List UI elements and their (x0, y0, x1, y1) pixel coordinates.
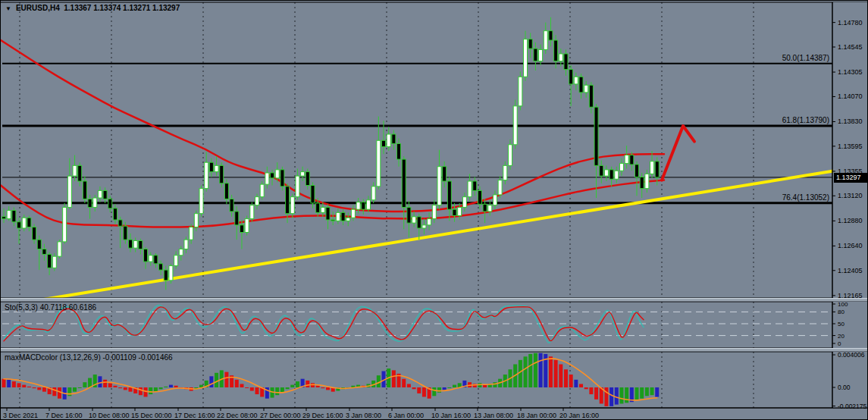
macd-histogram-bar (118, 387, 122, 388)
macd-histogram-bar (37, 387, 41, 390)
bull-candle-body (250, 205, 254, 219)
price-axis-label: 1.12640 (838, 242, 863, 249)
bear-candle-body (640, 177, 644, 188)
bear-candle-body (447, 181, 451, 209)
bull-candle-body (265, 173, 269, 184)
macd-histogram-bar (579, 384, 583, 387)
macd-histogram-bar (554, 360, 558, 387)
bear-candle-body (129, 240, 133, 248)
macd-histogram-bar (407, 384, 411, 387)
macd-histogram-bar (78, 387, 82, 388)
bull-candle-body (645, 174, 649, 188)
macd-histogram-bar (524, 356, 528, 387)
bull-candle-body (519, 77, 522, 106)
bear-candle-body (316, 203, 320, 212)
macd-histogram-bar (483, 385, 487, 387)
bear-candle-body (224, 183, 228, 199)
sto-axis-label: 50 (838, 321, 844, 328)
macd-histogram-bar (619, 387, 623, 403)
macd-histogram-bar (275, 387, 279, 395)
macd-histogram-bar (412, 387, 416, 389)
bull-candle-body (625, 155, 628, 164)
bull-candle-body (513, 106, 517, 145)
bull-candle-body (346, 218, 350, 221)
bull-candle-body (351, 209, 355, 218)
macd-histogram-bar (159, 387, 163, 389)
bear-candle-body (280, 170, 284, 186)
bear-candle-body (154, 255, 158, 264)
macd-histogram-bar (7, 380, 11, 387)
bull-candle-body (67, 176, 71, 207)
macd-histogram-bar (149, 387, 152, 394)
bear-candle-body (392, 134, 396, 143)
macd-histogram-bar (625, 387, 628, 403)
main-plot-area[interactable] (1, 2, 832, 298)
bull-candle-body (73, 165, 77, 176)
macd-histogram-bar (154, 387, 158, 392)
macd-histogram-bar (139, 387, 143, 395)
bull-candle-body (58, 242, 61, 256)
macd-histogram-bar (549, 356, 553, 387)
macd-histogram-bar (584, 387, 588, 389)
bull-candle-body (412, 217, 416, 223)
bear-candle-body (83, 181, 86, 199)
bull-candle-body (22, 218, 26, 228)
time-axis-label: 17 Dec 16:00 (174, 412, 215, 419)
macd-histogram-bar (640, 387, 644, 399)
bull-candle-body (437, 167, 441, 205)
bull-candle-body (493, 195, 497, 205)
fib-level-label: 50.0(1.14387) (782, 54, 829, 62)
macd-histogram-bar (108, 383, 112, 387)
bear-candle-body (402, 159, 406, 207)
macd-histogram-bar (569, 375, 573, 387)
bear-candle-body (554, 40, 558, 61)
macd-histogram-bar (645, 387, 649, 396)
bear-candle-body (382, 140, 386, 146)
bear-candle-body (473, 181, 477, 190)
panel-splitter-macd[interactable] (1, 348, 868, 352)
bull-candle-body (458, 207, 462, 215)
bear-candle-body (88, 199, 92, 207)
bull-candle-body (7, 211, 11, 219)
bull-candle-body (205, 162, 208, 188)
sto-axis-label: 20 (838, 333, 844, 340)
macd-histogram-bar (33, 387, 36, 388)
sto-axis-label: 0 (838, 340, 841, 347)
bear-candle-body (549, 31, 553, 40)
macd-histogram-bar (169, 385, 173, 387)
panel-splitter-stochastic[interactable] (1, 298, 868, 302)
bull-candle-body (255, 197, 259, 205)
bear-candle-body (37, 240, 41, 249)
bull-candle-body (650, 161, 654, 174)
bull-candle-body (336, 212, 340, 221)
macd-histogram-bar (604, 387, 608, 406)
macd-histogram-bar (17, 383, 21, 387)
time-axis-label: 7 Dec 16:00 (45, 412, 83, 419)
macd-histogram-bar (326, 387, 330, 390)
price-axis-label: 1.14070 (838, 92, 863, 100)
macd-histogram-bar (144, 387, 148, 396)
bear-candle-body (341, 212, 345, 221)
bear-candle-body (220, 165, 224, 183)
bull-candle-body (63, 207, 67, 241)
bear-candle-body (230, 199, 233, 212)
macd-histogram-bar (432, 387, 436, 396)
bull-candle-body (321, 207, 324, 212)
macd-histogram-bar (589, 387, 593, 394)
macd-histogram-bar (559, 364, 562, 387)
bull-candle-body (199, 189, 203, 214)
macd-histogram-bar (447, 387, 451, 388)
sto-axis-label: 100 (838, 301, 848, 308)
macd-histogram-bar (174, 386, 178, 387)
macd-histogram-bar (22, 385, 26, 387)
macd-histogram-bar (27, 387, 31, 387)
bull-candle-body (524, 39, 528, 77)
bull-candle-body (260, 184, 264, 197)
bear-candle-body (569, 70, 573, 84)
macd-histogram-bar (98, 376, 102, 387)
bear-candle-body (326, 207, 330, 220)
bear-candle-body (33, 227, 36, 240)
macd-histogram-bar (164, 387, 168, 387)
macd-histogram-bar (209, 376, 213, 387)
bull-candle-body (93, 198, 97, 207)
